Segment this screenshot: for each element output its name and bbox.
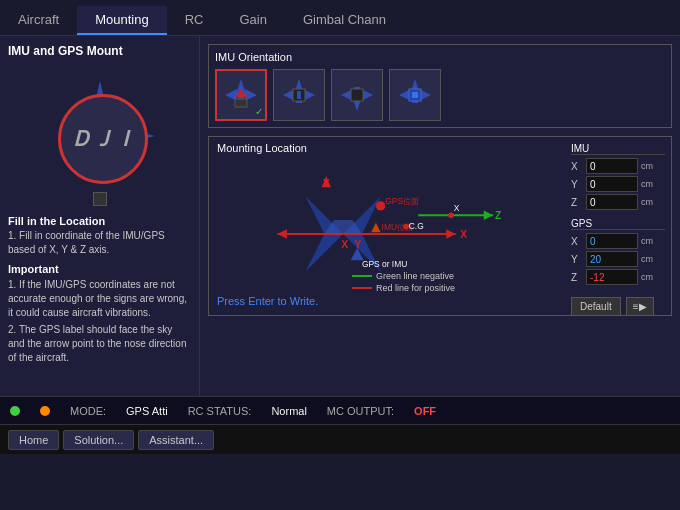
imu-y-row: Y cm (571, 176, 665, 192)
tab-mounting[interactable]: Mounting (77, 6, 166, 35)
default-button[interactable]: Default (571, 297, 621, 316)
imu-y-unit: cm (641, 179, 653, 189)
imu-x-row: X cm (571, 158, 665, 174)
imu-orientation-section: IMU Orientation ✓ (208, 44, 672, 128)
gps-z-label: Z (571, 272, 583, 283)
left-panel: IMU and GPS Mount ＤＪＩ (0, 36, 200, 396)
orientation-icon-2[interactable] (273, 69, 325, 121)
expand-button[interactable]: ≡▶ (626, 297, 654, 316)
gps-x-row: X cm (571, 233, 665, 249)
svg-marker-31 (446, 229, 455, 238)
drone-circle: ＤＪＩ (58, 94, 148, 184)
svg-point-49 (448, 212, 454, 218)
gps-x-unit: cm (641, 236, 653, 246)
gps-field-group: GPS X cm Y cm Z cm (571, 218, 665, 285)
svg-marker-36 (484, 211, 493, 220)
gps-x-input[interactable] (586, 233, 638, 249)
imu-field-group: IMU X cm Y cm Z cm (571, 143, 665, 210)
mc-label: MC OUTPUT: (327, 405, 394, 417)
imu-orientation-title: IMU Orientation (215, 51, 665, 63)
rc-value: Normal (271, 405, 306, 417)
orient-svg-4 (395, 75, 435, 115)
imu-z-unit: cm (641, 197, 653, 207)
legend-green-line (352, 275, 372, 277)
svg-rect-15 (297, 91, 301, 99)
press-enter-text: Press Enter to Write. (217, 295, 318, 307)
legend-green: Green line negative (352, 271, 455, 281)
legend-green-label: Green line negative (376, 271, 454, 281)
svg-marker-44 (371, 223, 380, 232)
gps-y-input[interactable] (586, 251, 638, 267)
instruction-item-1: 1. Fill in coordinate of the IMU/GPS bas… (8, 229, 191, 257)
legend: Green line negative Red line for positiv… (352, 271, 455, 295)
action-buttons: Default ≡▶ (571, 293, 665, 316)
important-item-2: 2. The GPS label should face the sky and… (8, 323, 191, 365)
imu-x-unit: cm (641, 161, 653, 171)
rc-label: RC STATUS: (188, 405, 252, 417)
orientation-icon-3[interactable] (331, 69, 383, 121)
drone-illustration: ＤＪＩ (20, 66, 180, 206)
svg-text:X: X (341, 239, 348, 250)
orient-svg-3 (337, 75, 377, 115)
right-panel: IMU Orientation ✓ (200, 36, 680, 396)
gps-z-input[interactable] (586, 269, 638, 285)
selected-checkmark: ✓ (255, 106, 263, 117)
drone-logo: ＤＪＩ (70, 124, 136, 154)
important-title: Important (8, 262, 191, 277)
gps-group-title: GPS (571, 218, 665, 230)
imu-z-label: Z (571, 197, 583, 208)
gps-y-label: Y (571, 254, 583, 265)
svg-rect-26 (412, 92, 418, 98)
nav-bar: Aircraft Mounting RC Gain Gimbal Chann (0, 0, 680, 36)
orientation-icon-1[interactable]: ✓ (215, 69, 267, 121)
svg-rect-9 (235, 99, 247, 107)
status-bar: MODE: GPS Atti RC STATUS: Normal MC OUTP… (0, 396, 680, 424)
status-dot-green (10, 406, 20, 416)
left-panel-title: IMU and GPS Mount (8, 44, 191, 58)
mount-diagram: X Z X Y X GP (215, 159, 565, 309)
taskbar-solution[interactable]: Solution... (63, 430, 134, 450)
main-content: IMU and GPS Mount ＤＪＩ (0, 36, 680, 396)
taskbar-assistant[interactable]: Assistant... (138, 430, 214, 450)
legend-red-label: Red line for positive (376, 283, 455, 293)
imu-x-input[interactable] (586, 158, 638, 174)
instructions-title: Fill in the Location (8, 214, 191, 229)
important-item-1: 1. If the IMU/GPS coordinates are not ac… (8, 278, 191, 320)
status-dot-orange (40, 406, 50, 416)
fields-panel: IMU X cm Y cm Z cm (565, 143, 665, 309)
svg-marker-34 (278, 229, 287, 238)
imu-y-input[interactable] (586, 176, 638, 192)
tab-gimbal[interactable]: Gimbal Chann (285, 6, 404, 35)
orientation-icon-4[interactable] (389, 69, 441, 121)
svg-text:X: X (454, 203, 460, 213)
legend-red: Red line for positive (352, 283, 455, 293)
tab-aircraft[interactable]: Aircraft (0, 6, 77, 35)
orient-svg-2 (279, 75, 319, 115)
tab-rc[interactable]: RC (167, 6, 222, 35)
imu-z-input[interactable] (586, 194, 638, 210)
drone-square (93, 192, 107, 206)
mc-value: OFF (414, 405, 436, 417)
svg-text:GPS or IMU: GPS or IMU (362, 259, 407, 269)
svg-text:GPS位面: GPS位面 (385, 196, 419, 206)
gps-z-unit: cm (641, 272, 653, 282)
taskbar-home[interactable]: Home (8, 430, 59, 450)
imu-y-label: Y (571, 179, 583, 190)
tab-gain[interactable]: Gain (221, 6, 284, 35)
mode-value: GPS Atti (126, 405, 168, 417)
svg-text:Z: Z (495, 210, 501, 221)
gps-y-unit: cm (641, 254, 653, 264)
svg-point-42 (376, 201, 385, 210)
svg-rect-20 (351, 89, 363, 101)
taskbar: Home Solution... Assistant... (0, 424, 680, 454)
svg-text:X: X (460, 229, 467, 240)
svg-text:C.G: C.G (409, 221, 424, 231)
imu-x-label: X (571, 161, 583, 172)
svg-text:Y: Y (354, 239, 361, 250)
svg-point-47 (403, 224, 409, 230)
gps-x-label: X (571, 236, 583, 247)
orientation-icons: ✓ (215, 69, 665, 121)
legend-red-line (352, 287, 372, 289)
mounting-location-section: Mounting Location X (208, 136, 672, 316)
gps-z-row: Z cm (571, 269, 665, 285)
